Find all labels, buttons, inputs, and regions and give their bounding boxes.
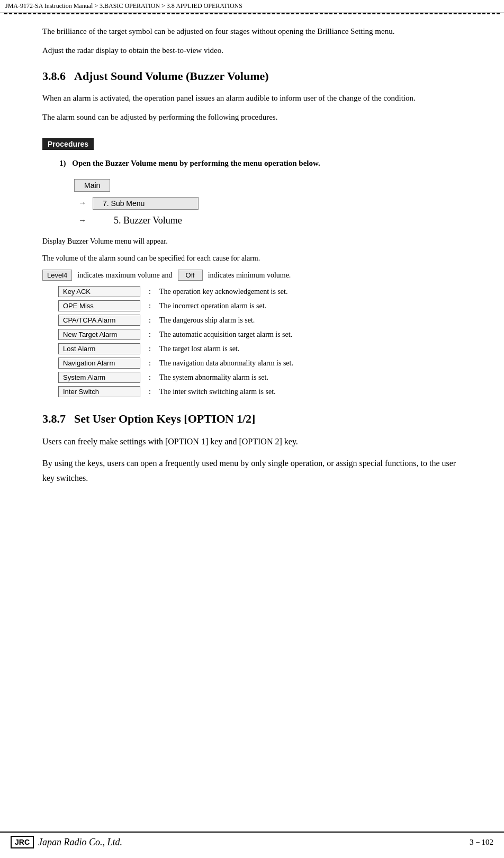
alarm-row: Lost Alarm : The target lost alarm is se…	[58, 343, 462, 354]
page-number: 3－102	[470, 837, 493, 847]
alarm-colon-6: :	[149, 373, 151, 382]
alarm-label-5: Navigation Alarm	[58, 358, 140, 369]
alarm-desc-7: The inter switch switching alarm is set.	[159, 388, 276, 396]
company-name: Japan Radio Co., Ltd.	[38, 837, 122, 848]
section-386-body2: The alarm sound can be adjusted by perfo…	[42, 111, 462, 123]
alarm-label-1: OPE Miss	[58, 300, 140, 311]
main-menu-button: Main	[74, 179, 110, 192]
alarm-row: New Target Alarm : The automatic acquisi…	[58, 329, 462, 340]
step-list: 1) Open the Buzzer Volume menu by perfor…	[59, 157, 462, 169]
alarm-desc-5: The navigation data abnormality alarm is…	[159, 359, 293, 368]
alarm-label-4: Lost Alarm	[58, 343, 140, 354]
section-387: 3.8.7 Set User Option Keys [OPTION 1/2] …	[42, 412, 462, 485]
procedures-badge: Procedures	[42, 138, 94, 150]
alarm-desc-0: The operation key acknowledgement is set…	[159, 288, 288, 296]
step-1-desc: Open the Buzzer Volume menu by performin…	[72, 159, 320, 167]
section-386-heading: 3.8.6 Adjust Sound Volume (Buzzer Volume…	[42, 69, 462, 83]
arrow-2: →	[78, 216, 86, 225]
indicates-max-text: indicates maximum volume and	[77, 271, 172, 280]
section-387-body1: Users can freely make settings with [OPT…	[42, 434, 462, 449]
breadcrumb: JMA-9172-SA Instruction Manual > 3.BASIC…	[0, 0, 504, 13]
off-badge: Off	[178, 270, 203, 281]
alarm-label-6: System Alarm	[58, 372, 140, 383]
alarm-row: System Alarm : The system abnormality al…	[58, 372, 462, 383]
menu-row-submenu: → 7. Sub Menu	[74, 197, 462, 210]
menu-row-main: Main	[74, 179, 462, 192]
section-386-num: 3.8.6	[42, 69, 66, 83]
submenu-button: 7. Sub Menu	[93, 197, 199, 210]
alarm-desc-6: The system abnormality alarm is set.	[159, 373, 268, 382]
page-footer: JRC Japan Radio Co., Ltd. 3－102	[0, 832, 504, 848]
section-387-heading: 3.8.7 Set User Option Keys [OPTION 1/2]	[42, 412, 462, 426]
level-row: Level4 indicates maximum volume and Off …	[42, 270, 462, 281]
section-386-title: Adjust Sound Volume (Buzzer Volume)	[74, 69, 269, 83]
section-387-title: Set User Option Keys [OPTION 1/2]	[74, 412, 255, 426]
alarm-desc-1: The incorrect operation alarm is set.	[159, 302, 266, 310]
alarm-label-0: Key ACK	[58, 286, 140, 297]
alarm-row: Key ACK : The operation key acknowledgem…	[58, 286, 462, 297]
alarm-colon-4: :	[149, 345, 151, 353]
alarm-label-2: CPA/TCPA Alarm	[58, 315, 140, 326]
arrow-1: →	[78, 199, 86, 208]
alarm-colon-5: :	[149, 359, 151, 368]
level4-badge: Level4	[42, 270, 72, 281]
alarm-colon-7: :	[149, 388, 151, 396]
alarm-colon-3: :	[149, 330, 151, 339]
menu-row-buzzer: → 5. Buzzer Volume	[74, 215, 462, 226]
alarm-row: Navigation Alarm : The navigation data a…	[58, 358, 462, 369]
alarm-row: Inter Switch : The inter switch switchin…	[58, 386, 462, 397]
buzzer-volume-item: 5. Buzzer Volume	[114, 215, 182, 226]
alarm-label-3: New Target Alarm	[58, 329, 140, 340]
jrc-label: JRC	[11, 836, 34, 848]
step-1-num: 1)	[59, 159, 66, 167]
section-387-body2: By using the keys, users can open a freq…	[42, 456, 462, 485]
intro-para-1: The brilliance of the target symbol can …	[42, 25, 462, 38]
menu-nav: Main → 7. Sub Menu → 5. Buzzer Volume	[74, 179, 462, 226]
alarm-desc-4: The target lost alarm is set.	[159, 345, 239, 353]
alarm-desc-3: The automatic acquisition target alarm i…	[159, 330, 292, 339]
alarm-colon-2: :	[149, 316, 151, 325]
alarm-label-7: Inter Switch	[58, 386, 140, 397]
alarm-colon-1: :	[149, 302, 151, 310]
alarm-table: Key ACK : The operation key acknowledgem…	[58, 286, 462, 397]
alarm-colon-0: :	[149, 288, 151, 296]
section-386-body1: When an alarm is activated, the operatio…	[42, 92, 462, 104]
alarm-row: CPA/TCPA Alarm : The dangerous ship alar…	[58, 315, 462, 326]
step-1: 1) Open the Buzzer Volume menu by perfor…	[59, 157, 462, 169]
alarm-desc-2: The dangerous ship alarm is set.	[159, 316, 255, 325]
intro-para-2: Adjust the radar display to obtain the b…	[42, 44, 462, 57]
alarm-row: OPE Miss : The incorrect operation alarm…	[58, 300, 462, 311]
footer-logo: JRC Japan Radio Co., Ltd.	[11, 836, 122, 848]
indicates-min-text: indicates minimum volume.	[208, 271, 291, 280]
volume-text: The volume of the alarm sound can be spe…	[42, 253, 462, 264]
section-387-num: 3.8.7	[42, 412, 66, 426]
display-text: Display Buzzer Volume menu will appear.	[42, 236, 462, 247]
